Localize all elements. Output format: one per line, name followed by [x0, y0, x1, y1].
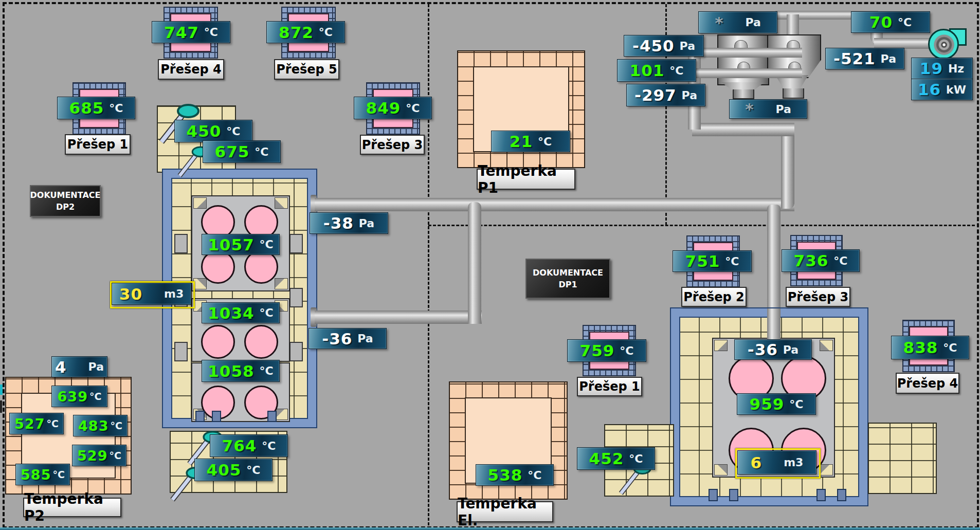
- exchanger-tube-2: [696, 68, 802, 78]
- display-zone1-temp: 1057°C: [202, 234, 280, 255]
- display-temperka-p2-pressure: 4Pa: [51, 356, 107, 377]
- furnace-leg: [837, 489, 846, 501]
- display-pressure-521: -521Pa: [825, 48, 904, 69]
- exchanger-outlet: [733, 89, 754, 99]
- exchanger-outlet: [783, 88, 804, 99]
- label-temperka-p2: Temperka P2: [23, 498, 121, 517]
- display-presep4-right-temp: 838°C: [891, 336, 969, 359]
- display-presep3-right-temp: 736°C: [782, 249, 860, 272]
- burner-port: [174, 234, 188, 253]
- pipe-exchanger-riser: [781, 129, 794, 209]
- screen-edge-artifact: [0, 385, 3, 395]
- display-presep3-left-temp: 849°C: [354, 97, 432, 119]
- display-side-452: 452°C: [577, 447, 655, 470]
- display-chimney-450: 450°C: [174, 120, 252, 142]
- display-fan-frequency: 19Hz: [911, 58, 973, 79]
- dokumentace-dp2-button[interactable]: DOKUMENTACEDP2: [30, 185, 101, 217]
- display-base-764: 764°C: [210, 434, 288, 457]
- label-presep1-left: Přešep 1: [65, 134, 131, 155]
- exchanger-tube-1: [694, 48, 802, 58]
- furnace-leg: [709, 489, 718, 501]
- furnace-leg: [816, 489, 826, 501]
- side-bricks-right: [868, 423, 937, 494]
- display-pressure-top-dp2: -38Pa: [310, 212, 388, 234]
- display-temperka-p2-585: 585°C: [15, 464, 70, 485]
- furnace-leg: [212, 411, 221, 422]
- pipe-exchanger-connector: [692, 123, 794, 136]
- label-presep2-right: Přešep 2: [681, 287, 747, 307]
- display-temperka-p2-639: 639°C: [51, 386, 107, 407]
- product-ball: [244, 325, 278, 359]
- display-presep2-right-temp: 751°C: [673, 250, 752, 272]
- display-temperka-p1-temp: 21°C: [491, 131, 570, 152]
- display-zone3-temp: 1058°C: [202, 360, 280, 382]
- pipe-fan-inlet: [874, 38, 932, 49]
- display-presep1-right-temp: 759°C: [567, 339, 646, 362]
- exchanger-tube-elbow: [787, 40, 800, 48]
- display-base-405: 405°C: [194, 459, 273, 481]
- label-presep4-left: Přešep 4: [158, 59, 224, 80]
- display-temp-70: 70°C: [851, 11, 930, 33]
- burner-port: [174, 342, 188, 361]
- zone-divider-vertical-left: [428, 4, 429, 525]
- dokumentace-dp1-button[interactable]: DOKUMENTACEDP1: [525, 259, 610, 299]
- label-temperka-el: Temperka El.: [457, 501, 553, 522]
- fan-icon: [928, 29, 959, 60]
- display-pressure-bottom-dp2: -36Pa: [308, 328, 387, 349]
- display-pressure-297: -297Pa: [626, 84, 705, 106]
- label-presep3-right: Přešep 3: [786, 287, 850, 307]
- product-ball: [201, 325, 235, 359]
- display-volume-dp1: 6m3: [737, 450, 816, 474]
- furnace-leg: [729, 489, 738, 501]
- furnace-leg: [195, 411, 205, 422]
- display-chimney-675: 675°C: [203, 140, 281, 163]
- display-zone2-temp: 1034°C: [202, 302, 280, 323]
- display-temperka-p2-529: 529°C: [72, 445, 126, 466]
- pipe-exchanger-top: [787, 14, 799, 35]
- label-presep1-right: Přešep 1: [577, 377, 642, 396]
- display-presep4-left-temp: 747°C: [152, 21, 230, 43]
- display-temp-101: 101°C: [617, 59, 696, 82]
- burner-port: [289, 234, 303, 253]
- display-temperka-p2-483: 483°C: [73, 415, 128, 436]
- display-exchanger-pressure-bottom: *Pa: [729, 99, 807, 119]
- zone-divider-horizontal: [428, 225, 975, 226]
- burner-port: [289, 288, 303, 307]
- display-furnace-dp1-temp: 959°C: [737, 393, 816, 415]
- furnace-leg: [267, 411, 277, 422]
- display-temperka-p2-527: 527°C: [9, 413, 64, 434]
- label-presep3-left: Přešep 3: [360, 135, 425, 155]
- label-presep5-left: Přešep 5: [274, 59, 339, 80]
- display-presep1-left-temp: 685°C: [57, 97, 135, 119]
- display-fan-power: 16kW: [911, 79, 973, 100]
- label-presep4-right: Přešep 4: [896, 373, 959, 394]
- hmi-screen: 747°C 872°C 685°C 849°C 450°C 675°C 1057…: [0, 0, 980, 530]
- display-presep5-left-temp: 872°C: [266, 21, 345, 43]
- pipe-lower-riser: [468, 202, 481, 324]
- label-temperka-p1: Temperka P1: [477, 169, 575, 190]
- screen-edge-artifact: [0, 400, 2, 413]
- burner-port: [289, 342, 303, 361]
- display-furnace-dp1-pressure: -36Pa: [734, 339, 812, 360]
- display-exchanger-pressure-top: *Pa: [698, 11, 777, 33]
- display-volume-dp2: 30m3: [112, 283, 191, 305]
- display-pressure-450: -450Pa: [624, 35, 704, 57]
- pipe-lower-branch: [315, 310, 482, 324]
- exchanger-tube-elbow: [734, 40, 748, 48]
- display-temperka-el-temp: 538°C: [476, 464, 554, 486]
- pipe-main-exhaust: [315, 198, 794, 211]
